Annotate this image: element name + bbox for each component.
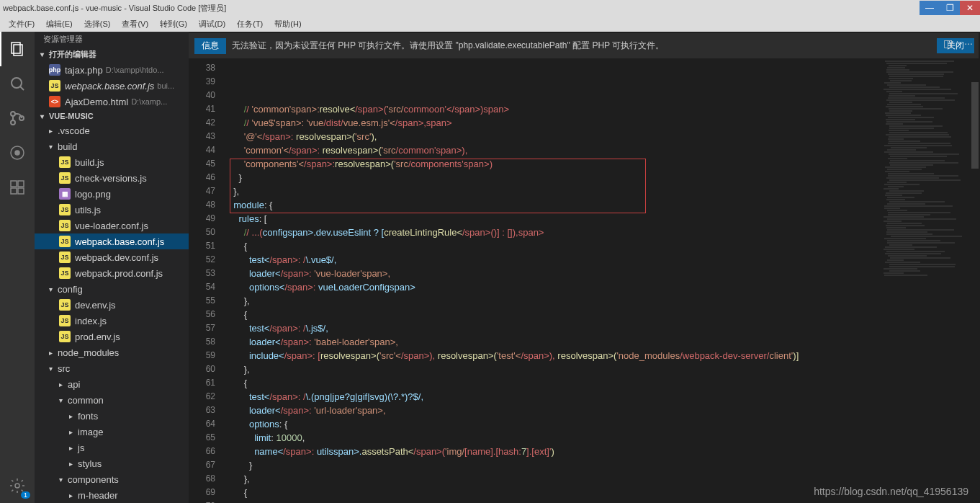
folder-item[interactable]: ▸stylus	[35, 455, 189, 471]
folder-item[interactable]: ▸m-header	[35, 487, 189, 503]
open-editor-item[interactable]: JSwebpack.base.conf.jsbui...	[35, 78, 189, 94]
split-editor-icon[interactable]: ◫	[943, 37, 953, 49]
file-item[interactable]: ▦logo.png	[35, 186, 189, 202]
code-line: name</span>: utilsspan>.assetsPath</span…	[228, 445, 980, 458]
debug-tab-icon[interactable]	[0, 135, 35, 170]
svg-line-3	[20, 86, 24, 90]
menu-item[interactable]: 调试(D)	[193, 19, 231, 30]
notification-bar: 信息 无法验证，因为未设置任何 PHP 可执行文件。请使用设置 "php.val…	[189, 33, 979, 58]
chevron-right-icon: ▸	[69, 460, 78, 468]
chevron-right-icon: ▸	[69, 428, 78, 436]
extensions-tab-icon[interactable]	[0, 170, 35, 205]
folder-item[interactable]: ▾build	[35, 138, 189, 154]
menu-item[interactable]: 选择(S)	[78, 19, 117, 30]
explorer-sidebar: 资源管理器 ▾打开的编辑器 phptajax.phpD:\xampp\htdo.…	[35, 32, 189, 503]
file-item[interactable]: JSutils.js	[35, 202, 189, 218]
code-line: }	[228, 171, 980, 184]
minimap[interactable]	[884, 61, 970, 503]
svg-rect-12	[18, 188, 24, 194]
file-item[interactable]: JSdev.env.js	[35, 297, 189, 313]
file-name: prod.env.js	[75, 331, 120, 342]
file-path-hint: bui...	[157, 81, 174, 90]
menu-item[interactable]: 编辑(E)	[40, 19, 78, 30]
code-line: include</span>: [resolvespan>('src'</spa…	[228, 349, 980, 362]
folder-item[interactable]: ▸fonts	[35, 408, 189, 424]
file-item[interactable]: JSwebpack.dev.conf.js	[35, 249, 189, 265]
code-line: rules: [	[228, 212, 980, 226]
folder-item[interactable]: ▸image	[35, 424, 189, 440]
file-item[interactable]: JSprod.env.js	[35, 329, 189, 344]
explorer-title: 资源管理器	[35, 32, 189, 47]
open-editor-item[interactable]: phptajax.phpD:\xampp\htdo...	[35, 62, 189, 78]
svg-rect-10	[18, 181, 24, 187]
code-line: }	[228, 458, 980, 472]
menu-item[interactable]: 帮助(H)	[269, 19, 307, 30]
code-line: },	[228, 294, 980, 308]
folder-section: ▾VUE-MUSIC ▸.vscode▾buildJSbuild.jsJSche…	[35, 110, 189, 503]
file-name: build.js	[75, 157, 104, 168]
source-control-tab-icon[interactable]	[0, 101, 35, 135]
open-editors-header[interactable]: ▾打开的编辑器	[35, 47, 189, 62]
explorer-tab-icon[interactable]	[0, 32, 35, 66]
code-line: loader</span>: 'babel-loader'span>,	[228, 335, 980, 349]
folder-root-header[interactable]: ▾VUE-MUSIC	[35, 110, 189, 123]
file-name: webpack.dev.conf.js	[75, 252, 158, 263]
svg-rect-9	[11, 181, 17, 187]
more-actions-icon[interactable]: ···	[964, 37, 973, 49]
file-item[interactable]: JSwebpack.base.conf.js	[35, 233, 189, 249]
folder-item[interactable]: ▸.vscode	[35, 123, 189, 138]
menu-item[interactable]: 转到(G)	[154, 19, 193, 30]
js-icon: JS	[49, 80, 60, 92]
close-window-button[interactable]: ✕	[960, 1, 980, 15]
code-line: options: {	[228, 417, 980, 431]
folder-item[interactable]: ▾config	[35, 281, 189, 297]
menu-item[interactable]: 查看(V)	[116, 19, 154, 30]
watermark-text: https://blog.csdn.net/qq_41956139	[814, 486, 968, 497]
chevron-down-icon: ▾	[59, 396, 68, 404]
js-icon: JS	[59, 315, 71, 326]
menu-bar: 文件(F)编辑(E)选择(S)查看(V)转到(G)调试(D)任务(T)帮助(H)	[0, 16, 980, 32]
folder-name: fonts	[78, 411, 98, 422]
file-item[interactable]: JSbuild.js	[35, 154, 189, 170]
chevron-down-icon: ▾	[40, 50, 49, 58]
file-name: logo.png	[75, 189, 111, 200]
code-line: test</span>: /\.vue$/,	[228, 253, 980, 267]
settings-gear-icon[interactable]: 1	[0, 468, 35, 503]
open-editor-item[interactable]: <>AjaxDemo.htmlD:\xamp...	[35, 94, 189, 110]
chevron-right-icon: ▸	[49, 349, 58, 357]
file-item[interactable]: JSvue-loader.conf.js	[35, 218, 189, 233]
folder-item[interactable]: ▾components	[35, 471, 189, 487]
scrollbar-thumb[interactable]	[971, 82, 979, 169]
folder-name: .vscode	[58, 125, 90, 136]
folder-item[interactable]: ▸api	[35, 376, 189, 392]
window-title: webpack.base.conf.js - vue-music - Visua…	[0, 3, 920, 14]
chevron-right-icon: ▸	[49, 127, 58, 135]
menu-item[interactable]: 文件(F)	[3, 19, 40, 30]
folder-item[interactable]: ▸node_modules	[35, 344, 189, 360]
code-line: },	[228, 184, 980, 198]
code-line: // 'common'span>:resolve</span>('src/com…	[228, 102, 980, 116]
code-content[interactable]: // 'common'span>:resolve</span>('src/com…	[228, 60, 980, 503]
folder-item[interactable]: ▾common	[35, 392, 189, 408]
menu-item[interactable]: 任务(T)	[231, 19, 269, 30]
maximize-button[interactable]: ❐	[940, 1, 960, 15]
file-item[interactable]: JSindex.js	[35, 313, 189, 329]
svg-point-5	[11, 120, 15, 125]
code-line: },	[228, 362, 980, 376]
file-item[interactable]: JScheck-versions.js	[35, 170, 189, 186]
folder-item[interactable]: ▾src	[35, 360, 189, 376]
js-icon: JS	[59, 331, 71, 342]
file-item[interactable]: JSwebpack.prod.conf.js	[35, 265, 189, 281]
chevron-right-icon: ▸	[69, 444, 78, 452]
file-name: vue-loader.conf.js	[75, 221, 148, 231]
minimize-button[interactable]: —	[920, 1, 940, 15]
code-line: '@'</span>: resolvespan>('src'),	[228, 130, 980, 143]
search-tab-icon[interactable]	[0, 66, 35, 101]
php-icon: php	[49, 64, 60, 76]
vertical-scrollbar[interactable]	[970, 61, 980, 503]
folder-item[interactable]: ▸js	[35, 440, 189, 455]
svg-point-8	[15, 151, 19, 155]
settings-badge: 1	[21, 491, 30, 499]
file-name: tajax.php	[65, 65, 103, 76]
folder-name: image	[78, 427, 103, 437]
